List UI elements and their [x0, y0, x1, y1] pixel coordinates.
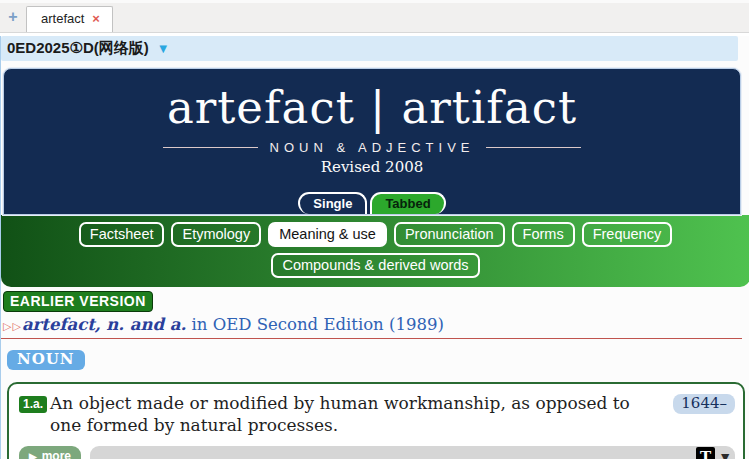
section-tab-row-2: Compounds & derived words — [1, 253, 749, 278]
section-divider — [1, 338, 742, 339]
sense-box: 1.a. An object made or modified by human… — [7, 382, 745, 459]
tab-frequency[interactable]: Frequency — [582, 222, 673, 247]
link-marker-icon: ▷▷ — [3, 320, 22, 333]
text-size-icon[interactable]: T — [696, 447, 715, 459]
earlier-version-badge: EARLIER VERSION — [3, 291, 153, 312]
part-of-speech-line: NOUN & ADJECTIVE — [4, 140, 740, 155]
section-tab-bar: Factsheet Etymology Meaning & use Pronun… — [1, 215, 749, 287]
tab-label: artefact — [41, 11, 84, 26]
single-view-button[interactable]: Single — [298, 192, 367, 214]
noun-badge: NOUN — [7, 350, 85, 370]
entry-header: artefact | artifact NOUN & ADJECTIVE Rev… — [3, 68, 741, 215]
part-of-speech: NOUN & ADJECTIVE — [270, 140, 475, 155]
dictionary-source-bar[interactable]: 0ED2025①D(网络版) ▼ — [1, 36, 738, 61]
dictionary-panel: 0ED2025①D(网络版) ▼ artefact | artifact NOU… — [0, 36, 749, 459]
more-button-label: more — [42, 449, 71, 459]
tab-compounds-derived-words[interactable]: Compounds & derived words — [271, 253, 479, 278]
collapsed-quotations-bar[interactable]: T ▼ — [90, 446, 735, 459]
play-icon: ▶ — [29, 451, 37, 459]
new-tab-icon[interactable]: + — [0, 8, 26, 32]
revision-note: Revised 2008 — [4, 158, 740, 176]
sense-number-badge: 1.a. — [19, 396, 47, 413]
close-icon[interactable]: × — [92, 11, 100, 26]
tabbed-view-button[interactable]: Tabbed — [370, 192, 445, 214]
chevron-down-icon[interactable]: ▼ — [157, 41, 170, 56]
sense-definition: An object made or modified by human work… — [47, 392, 673, 437]
more-button[interactable]: ▶ more — [19, 446, 81, 459]
sense-row: 1.a. An object made or modified by human… — [19, 392, 735, 437]
headword: artefact | artifact — [4, 69, 740, 134]
earlier-version-link-line: ▷▷artefact, n. and a. in OED Second Edit… — [3, 315, 749, 334]
left-rule — [163, 147, 258, 148]
tab-meaning-and-use[interactable]: Meaning & use — [268, 222, 387, 247]
tab-etymology[interactable]: Etymology — [171, 222, 261, 247]
right-rule — [486, 147, 581, 148]
sense-controls-row: ▶ more T ▼ — [19, 446, 735, 459]
earlier-version-source: in OED Second Edition (1989) — [186, 315, 444, 334]
view-toggle: Single Tabbed — [4, 192, 740, 214]
tab-forms[interactable]: Forms — [512, 222, 575, 247]
tab-strip: + artefact × — [0, 0, 749, 33]
tab-artefact[interactable]: artefact × — [26, 6, 113, 32]
date-range-badge[interactable]: 1644– — [673, 394, 735, 414]
section-tab-row-1: Factsheet Etymology Meaning & use Pronun… — [1, 222, 749, 247]
dictionary-name: 0ED2025①D(网络版) — [7, 39, 149, 58]
tab-pronunciation[interactable]: Pronunciation — [394, 222, 505, 247]
earlier-version-link[interactable]: artefact, n. and a. — [22, 315, 186, 334]
expand-icon[interactable]: ▼ — [718, 449, 732, 459]
tab-factsheet[interactable]: Factsheet — [79, 222, 165, 247]
